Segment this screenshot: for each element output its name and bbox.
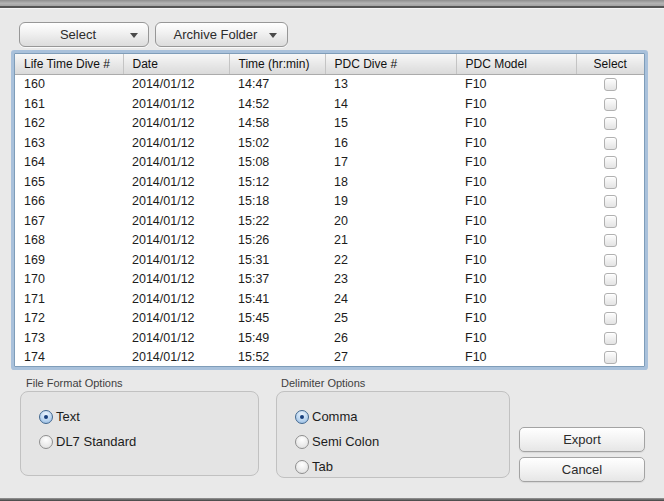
table-row[interactable]: 1712014/01/1215:4124F10	[15, 289, 644, 309]
cell-select	[576, 328, 644, 348]
row-select-checkbox[interactable]	[604, 215, 617, 228]
cell-pdc-dive: 26	[325, 328, 456, 348]
row-select-checkbox[interactable]	[604, 312, 617, 325]
cell-pdc-model: F10	[456, 114, 576, 134]
cell-select	[576, 289, 644, 309]
table-row[interactable]: 1742014/01/1215:5227F10	[15, 348, 644, 368]
cell-pdc-dive: 23	[325, 270, 456, 290]
cancel-button[interactable]: Cancel	[519, 457, 645, 482]
cell-life-time-dive: 169	[15, 250, 123, 270]
cell-date: 2014/01/12	[123, 192, 229, 212]
cell-pdc-dive: 25	[325, 309, 456, 329]
table-row[interactable]: 1722014/01/1215:4525F10	[15, 309, 644, 329]
chevron-down-icon	[269, 33, 277, 38]
cell-life-time-dive: 160	[15, 74, 123, 94]
cell-date: 2014/01/12	[123, 74, 229, 94]
archive-folder-dropdown[interactable]: Archive Folder	[155, 22, 288, 47]
table-row[interactable]: 1692014/01/1215:3122F10	[15, 250, 644, 270]
row-select-checkbox[interactable]	[604, 156, 617, 169]
window-top-edge	[0, 0, 664, 8]
cell-pdc-model: F10	[456, 74, 576, 94]
column-header-select[interactable]: Select	[576, 54, 644, 74]
radio-label: Comma	[312, 409, 358, 424]
cell-pdc-dive: 14	[325, 94, 456, 114]
radio-option-text[interactable]: Text	[39, 404, 258, 429]
select-dropdown[interactable]: Select	[19, 22, 149, 47]
radio-option-dl7-standard[interactable]: DL7 Standard	[39, 429, 258, 454]
row-select-checkbox[interactable]	[604, 98, 617, 111]
row-select-checkbox[interactable]	[604, 195, 617, 208]
cell-pdc-model: F10	[456, 172, 576, 192]
cell-select	[576, 74, 644, 94]
column-header-pdc-model[interactable]: PDC Model	[456, 54, 576, 74]
cell-pdc-model: F10	[456, 328, 576, 348]
radio-option-semi-colon[interactable]: Semi Colon	[295, 429, 509, 454]
cell-time: 15:18	[229, 192, 325, 212]
cell-time: 15:52	[229, 348, 325, 368]
cell-life-time-dive: 164	[15, 153, 123, 173]
delimiter-options-group: CommaSemi ColonTab	[276, 391, 510, 478]
table-row[interactable]: 1652014/01/1215:1218F10	[15, 172, 644, 192]
column-header-life-time-dive[interactable]: Life Time Dive #	[15, 54, 123, 74]
table-row[interactable]: 1642014/01/1215:0817F10	[15, 153, 644, 173]
table-row[interactable]: 1622014/01/1214:5815F10	[15, 114, 644, 134]
cell-life-time-dive: 171	[15, 289, 123, 309]
row-select-checkbox[interactable]	[604, 293, 617, 306]
cell-select	[576, 250, 644, 270]
export-dialog: Select Archive Folder Life Time Dive # D…	[0, 0, 664, 501]
row-select-checkbox[interactable]	[604, 273, 617, 286]
table-row[interactable]: 1602014/01/1214:4713F10	[15, 74, 644, 94]
table-row[interactable]: 1702014/01/1215:3723F10	[15, 270, 644, 290]
cell-select	[576, 114, 644, 134]
export-button[interactable]: Export	[519, 427, 645, 452]
table-row[interactable]: 1632014/01/1215:0216F10	[15, 133, 644, 153]
cell-date: 2014/01/12	[123, 309, 229, 329]
radio-option-comma[interactable]: Comma	[295, 404, 509, 429]
radio-label: Tab	[312, 459, 333, 474]
row-select-checkbox[interactable]	[604, 234, 617, 247]
table-row[interactable]: 1682014/01/1215:2621F10	[15, 231, 644, 251]
radio-option-tab[interactable]: Tab	[295, 454, 509, 479]
cell-select	[576, 172, 644, 192]
row-select-checkbox[interactable]	[604, 137, 617, 150]
cell-life-time-dive: 162	[15, 114, 123, 134]
cell-life-time-dive: 173	[15, 328, 123, 348]
column-header-time[interactable]: Time (hr:min)	[229, 54, 325, 74]
archive-folder-dropdown-label: Archive Folder	[166, 27, 265, 42]
column-header-pdc-dive[interactable]: PDC Dive #	[325, 54, 456, 74]
table-row[interactable]: 1732014/01/1215:4926F10	[15, 328, 644, 348]
select-dropdown-label: Select	[30, 27, 126, 42]
row-select-checkbox[interactable]	[604, 351, 617, 364]
file-format-options-label: File Format Options	[26, 377, 123, 389]
cell-time: 15:45	[229, 309, 325, 329]
cell-select	[576, 153, 644, 173]
cell-date: 2014/01/12	[123, 172, 229, 192]
radio-unselected-icon	[295, 435, 309, 449]
cell-date: 2014/01/12	[123, 211, 229, 231]
cell-life-time-dive: 167	[15, 211, 123, 231]
cell-life-time-dive: 172	[15, 309, 123, 329]
cell-select	[576, 270, 644, 290]
row-select-checkbox[interactable]	[604, 254, 617, 267]
cell-time: 15:22	[229, 211, 325, 231]
cell-life-time-dive: 170	[15, 270, 123, 290]
table-row[interactable]: 1662014/01/1215:1819F10	[15, 192, 644, 212]
cell-pdc-model: F10	[456, 289, 576, 309]
cell-life-time-dive: 168	[15, 231, 123, 251]
cell-time: 15:02	[229, 133, 325, 153]
radio-label: DL7 Standard	[56, 434, 136, 449]
cell-time: 15:37	[229, 270, 325, 290]
cell-select	[576, 231, 644, 251]
radio-label: Text	[56, 409, 80, 424]
cell-pdc-model: F10	[456, 211, 576, 231]
table-row[interactable]: 1612014/01/1214:5214F10	[15, 94, 644, 114]
row-select-checkbox[interactable]	[604, 78, 617, 91]
column-header-date[interactable]: Date	[123, 54, 229, 74]
row-select-checkbox[interactable]	[604, 332, 617, 345]
cell-pdc-dive: 13	[325, 74, 456, 94]
cell-select	[576, 133, 644, 153]
row-select-checkbox[interactable]	[604, 176, 617, 189]
row-select-checkbox[interactable]	[604, 117, 617, 130]
table-row[interactable]: 1672014/01/1215:2220F10	[15, 211, 644, 231]
cell-pdc-model: F10	[456, 309, 576, 329]
